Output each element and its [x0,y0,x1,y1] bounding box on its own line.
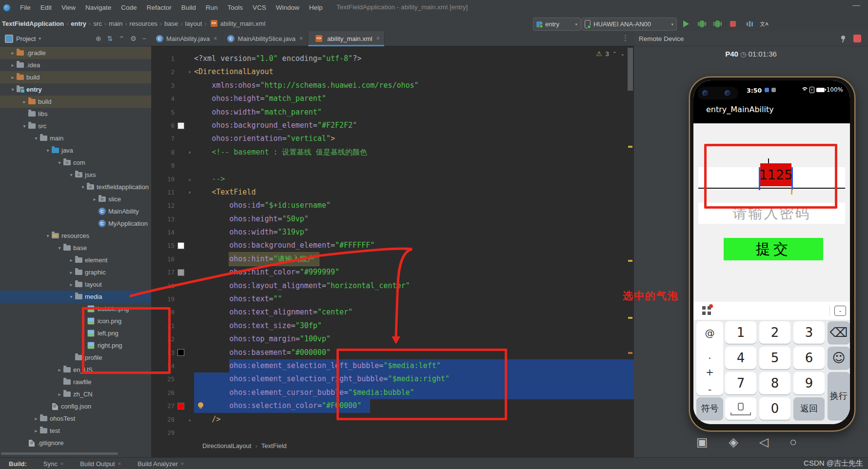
selection-handle-right[interactable] [791,167,793,190]
key-8[interactable]: 8 [759,372,790,394]
menu-item-help[interactable]: Help [305,0,327,16]
tree-item-entry[interactable]: ▾entry [0,83,151,96]
menu-item-tools[interactable]: Tools [223,0,247,16]
menu-item-build[interactable]: Build [177,0,200,16]
code-line[interactable]: 9 [151,159,634,172]
device-nav-controls[interactable]: ▣ ◈ ◁ ○ [634,435,868,449]
run-config-selector[interactable]: entry ▾ [533,18,581,31]
attach-debugger-button[interactable] [712,19,723,29]
fold-marker-icon[interactable]: ▿ [185,65,194,78]
key-6[interactable]: 6 [793,347,825,369]
key-emoji-icon[interactable]: ☺ [828,347,850,369]
menu-item-file[interactable]: File [16,0,35,16]
code-line[interactable]: 18 ohos:layout_alignment="horizontal_cen… [151,279,634,293]
tree-item-com[interactable]: ▾com [0,156,151,169]
tab-overflow-menu-icon[interactable]: ⋮ [622,34,629,42]
tab-MainAbility-java[interactable]: CMainAbility.java× [151,31,222,46]
breadcrumb-item[interactable]: src [92,20,102,27]
tree-item-.gradle[interactable]: ▸.gradle [0,47,151,59]
tab-ability_main-xml[interactable]: <>ability_main.xml× [308,31,385,46]
tree-expand-icon[interactable]: ▸ [68,270,74,275]
menu-item-run[interactable]: Run [201,0,222,16]
tree-item-layout[interactable]: ▸layout [0,278,151,291]
tree-collapse-icon[interactable]: ▾ [33,136,39,141]
tree-horizontal-scrollbar[interactable] [1,452,118,455]
tree-item-MyApplication[interactable]: CMyApplication [0,217,151,230]
tree-item-src[interactable]: ▾src [0,120,151,132]
tree-item-zh_CN[interactable]: ▸zh_CN [0,388,151,400]
code-line[interactable]: 4 ohos:height="match_parent" [151,92,634,105]
bottom-tab-build-analyzer[interactable]: Build Analyzer× [138,460,184,468]
editor-breadcrumb-item[interactable]: DirectionalLayout [202,442,251,449]
tree-expand-icon[interactable]: ▸ [57,391,62,397]
key-7[interactable]: 7 [725,372,756,394]
tree-expand-icon[interactable]: ▸ [68,282,74,287]
run-button[interactable] [681,19,691,29]
tree-item-main[interactable]: ▾main [0,132,151,144]
phone-screen[interactable]: 3:50 ! 100% entry_MainAbility [693,80,850,424]
stop-session-icon[interactable] [853,35,861,42]
tree-item-graphic[interactable]: ▸graphic [0,266,151,278]
tree-item-config.json[interactable]: config.json [0,400,151,412]
tree-expand-icon[interactable]: ▸ [21,99,27,104]
tree-collapse-icon[interactable]: ▾ [45,233,51,238]
code-line[interactable]: 7 ohos:orientation="vertical"> [151,132,634,145]
tree-collapse-icon[interactable]: ▾ [68,294,74,299]
breadcrumb-item[interactable]: main [108,20,123,27]
password-field[interactable]: 请输入密码 [698,203,845,224]
key-0[interactable]: 0 [759,397,790,420]
tab-close-icon[interactable]: × [118,461,121,467]
project-panel-title[interactable]: Project ▾ [5,35,41,43]
key-space[interactable] [725,397,756,420]
tree-collapse-icon[interactable]: ▾ [57,160,62,165]
expand-all-icon[interactable]: ⇅ [107,35,113,42]
code-line[interactable]: 20 ohos:text_alignment="center" [151,306,634,319]
menu-item-refactor[interactable]: Refactor [142,0,176,16]
code-line[interactable]: 27 ohos:selection_color="#F00000" [151,399,634,412]
tree-item-.idea[interactable]: ▸.idea [0,59,151,71]
menu-item-view[interactable]: View [57,0,80,16]
tree-expand-icon[interactable]: ▸ [92,196,98,202]
tab-close-icon[interactable]: × [376,35,379,42]
tree-expand-icon[interactable]: ▸ [33,428,39,433]
code-line[interactable]: 13 ohos:height="50vp" [151,213,634,226]
breadcrumb-item[interactable]: TextFieldApplication [1,20,65,27]
username-field[interactable]: 1125 [698,167,845,189]
breadcrumb-item[interactable]: entry [70,20,87,27]
menu-item-vcs[interactable]: VCS [248,0,271,16]
key-9[interactable]: 9 [793,372,825,394]
key-symbol-1[interactable]: . [696,350,723,361]
tree-item-profile[interactable]: profile [0,352,151,364]
breadcrumb-item[interactable]: resources [129,20,158,27]
code-line[interactable]: 28▵ /> [151,413,634,426]
tree-item-right.png[interactable]: right.png [0,339,151,352]
tree-item-base[interactable]: ▾base [0,242,151,254]
debug-button[interactable] [696,19,707,29]
code-editor[interactable]: 1<?xml version="1.0" encoding="utf-8"?>2… [151,52,634,439]
tree-item-left.png[interactable]: left.png [0,327,151,339]
code-line[interactable]: 1<?xml version="1.0" encoding="utf-8"?> [151,52,634,65]
breadcrumb-file[interactable]: ability_main.xml [219,20,266,27]
key-5[interactable]: 5 [759,347,790,369]
tree-expand-icon[interactable]: ▸ [57,367,62,372]
menu-item-edit[interactable]: Edit [36,0,56,16]
code-line[interactable]: 26 ohos:element_cursor_bubble="$media:bu… [151,386,634,399]
key-1[interactable]: 1 [725,321,756,344]
tree-item-resources[interactable]: ▾resources [0,230,151,242]
tree-expand-icon[interactable]: ▸ [10,62,16,68]
tree-item-build[interactable]: ▸build [0,71,151,83]
key-2[interactable]: 2 [759,321,790,344]
submit-button[interactable]: 提交 [724,238,823,260]
key-symbol-3[interactable]: - [696,384,723,395]
code-line[interactable]: 22 ohos:top_margin="100vp" [151,332,634,346]
menu-item-window[interactable]: Window [272,0,304,16]
tab-close-icon[interactable]: × [214,35,217,42]
tree-expand-icon[interactable]: ▸ [68,257,74,263]
code-line[interactable]: 16 ohos:hint="请输入账户" [151,253,634,266]
gear-icon[interactable]: ⚙ [130,35,137,42]
tree-collapse-icon[interactable]: ▾ [80,184,86,190]
code-line[interactable]: 19 ohos:text="" [151,293,634,306]
code-line[interactable]: 21 ohos:text_size="30fp" [151,319,634,332]
warning-stripe-mark[interactable] [628,352,632,354]
key-symbol-2[interactable]: + [696,366,723,378]
